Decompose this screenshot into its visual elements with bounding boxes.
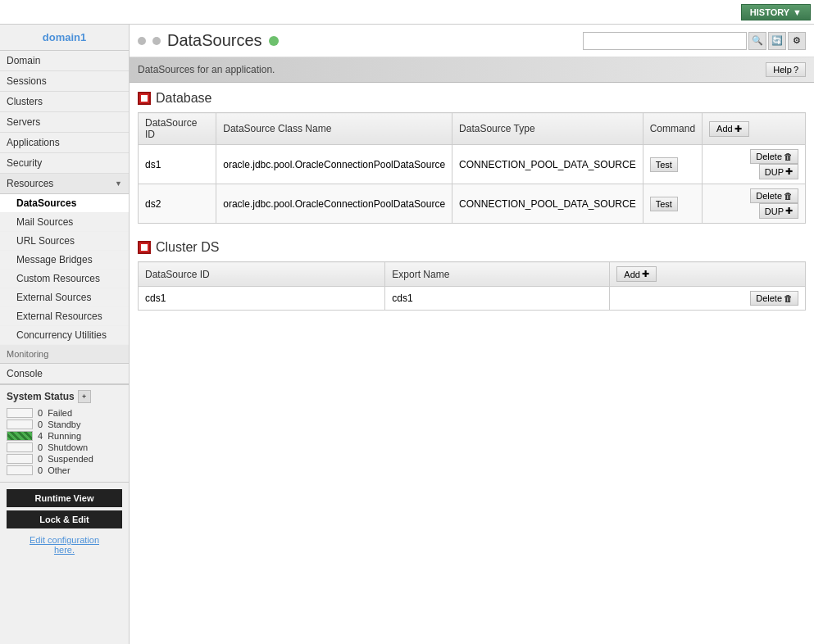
cds1-export: cds1	[385, 287, 610, 311]
db-col-command: Command	[643, 113, 702, 145]
title-dot-gray	[138, 37, 146, 45]
history-button[interactable]: HISTORY ▼	[741, 4, 811, 20]
ds2-class: oracle.jdbc.pool.OracleConnectionPoolDat…	[216, 184, 452, 224]
banner-text: DataSources for an application.	[138, 64, 275, 75]
help-button[interactable]: Help ?	[766, 62, 806, 77]
database-section: Database DataSource ID DataSource Class …	[138, 91, 806, 224]
sidebar-item-applications[interactable]: Applications	[0, 133, 129, 153]
cds-col-export: Export Name	[385, 262, 610, 287]
sidebar-item-security[interactable]: Security	[0, 153, 129, 174]
status-row-standby: 0 Standby	[7, 420, 122, 429]
cds1-delete-button[interactable]: Delete 🗑	[750, 291, 798, 306]
ds2-actions-cell: Delete 🗑 DUP ✚	[703, 184, 806, 224]
title-dot-gray2	[152, 37, 161, 45]
sidebar: domain1 Domain Sessions Clusters Servers…	[0, 25, 130, 644]
ds2-id: ds2	[139, 184, 216, 224]
table-row: ds1 oracle.jdbc.pool.OracleConnectionPoo…	[139, 145, 806, 184]
status-bar-standby	[7, 420, 33, 429]
ds2-type: CONNECTION_POOL_DATA_SOURCE	[452, 184, 643, 224]
ds2-dup-button[interactable]: DUP ✚	[759, 203, 798, 219]
ds1-id: ds1	[139, 145, 216, 184]
database-section-icon	[138, 92, 151, 105]
top-bar: HISTORY ▼	[0, 0, 814, 25]
cluster-ds-section-icon	[138, 241, 151, 254]
sidebar-item-mail-sources[interactable]: Mail Sources	[0, 213, 129, 232]
ds1-actions-cell: Delete 🗑 DUP ✚	[703, 145, 806, 184]
status-bar-suspended	[7, 454, 33, 464]
status-bar-running	[7, 431, 33, 441]
page-title: DataSources	[167, 31, 262, 50]
main-layout: domain1 Domain Sessions Clusters Servers…	[0, 25, 814, 644]
cds-add-icon: ✚	[642, 269, 649, 279]
cds-add-button[interactable]: Add ✚	[616, 266, 657, 282]
db-col-id: DataSource ID	[139, 113, 216, 145]
sidebar-item-clusters[interactable]: Clusters	[0, 92, 129, 112]
runtime-view-button[interactable]: Runtime View	[7, 489, 122, 507]
resources-label: Resources	[7, 178, 115, 189]
search-input[interactable]	[583, 32, 747, 50]
status-row-suspended: 0 Suspended	[7, 454, 122, 464]
sidebar-item-concurrency-utilities[interactable]: Concurrency Utilities	[0, 326, 129, 345]
content-body: Database DataSource ID DataSource Class …	[130, 83, 814, 644]
cds-col-id: DataSource ID	[139, 262, 385, 287]
database-table: DataSource ID DataSource Class Name Data…	[138, 112, 806, 224]
monitoring-header[interactable]: Monitoring	[0, 345, 129, 364]
title-dot-green	[269, 36, 279, 46]
refresh-button[interactable]: 🔄	[768, 32, 786, 50]
sidebar-item-datasources[interactable]: DataSources	[0, 194, 129, 213]
system-status: System Status + 0 Failed 0 Standby 4 Run…	[0, 384, 129, 482]
system-status-expand-btn[interactable]: +	[78, 390, 91, 403]
help-icon: ?	[794, 65, 798, 75]
dup-icon: ✚	[785, 166, 793, 177]
ds2-test-cell: Test	[643, 184, 702, 224]
dup2-icon: ✚	[785, 206, 793, 216]
banner: DataSources for an application. Help ?	[130, 57, 814, 83]
sidebar-item-message-bridges[interactable]: Message Bridges	[0, 251, 129, 270]
domain-label[interactable]: domain1	[0, 25, 129, 51]
table-row: cds1 cds1 Delete 🗑	[139, 287, 806, 311]
ds1-class: oracle.jdbc.pool.OracleConnectionPoolDat…	[216, 145, 452, 184]
sidebar-bottom: Runtime View Lock & Edit Edit configurat…	[0, 482, 129, 561]
search-area: 🔍 🔄 ⚙	[583, 32, 806, 50]
sidebar-item-url-sources[interactable]: URL Sources	[0, 232, 129, 251]
status-bar-failed	[7, 408, 33, 418]
status-bar-other	[7, 465, 33, 475]
ds1-test-button[interactable]: Test	[650, 157, 678, 172]
ds1-dup-button[interactable]: DUP ✚	[759, 164, 798, 179]
sidebar-item-external-sources[interactable]: External Sources	[0, 288, 129, 307]
db-add-button[interactable]: Add ✚	[709, 121, 749, 137]
system-status-header: System Status +	[7, 390, 122, 403]
status-row-other: 0 Other	[7, 465, 122, 475]
content-header: DataSources 🔍 🔄 ⚙	[130, 25, 814, 57]
cds1-id: cds1	[139, 287, 385, 311]
database-section-title: Database	[138, 91, 806, 106]
sidebar-item-external-resources[interactable]: External Resources	[0, 307, 129, 326]
status-row-shutdown: 0 Shutdown	[7, 442, 122, 452]
settings-button[interactable]: ⚙	[788, 32, 806, 50]
ds1-type: CONNECTION_POOL_DATA_SOURCE	[452, 145, 643, 184]
ds2-delete-button[interactable]: Delete 🗑	[750, 188, 798, 203]
system-status-title: System Status	[7, 391, 75, 402]
content-area: DataSources 🔍 🔄 ⚙ DataSources for an app…	[130, 25, 814, 644]
sidebar-item-domain[interactable]: Domain	[0, 51, 129, 71]
cluster-ds-section: Cluster DS DataSource ID Export Name Add…	[138, 240, 806, 311]
console-header[interactable]: Console	[0, 364, 129, 384]
search-button[interactable]: 🔍	[748, 32, 766, 50]
page-title-area: DataSources	[138, 31, 279, 50]
db-col-actions: Add ✚	[703, 113, 806, 145]
sidebar-item-servers[interactable]: Servers	[0, 112, 129, 133]
add-icon: ✚	[734, 124, 742, 134]
table-row: ds2 oracle.jdbc.pool.OracleConnectionPoo…	[139, 184, 806, 224]
ds1-test-cell: Test	[643, 145, 702, 184]
resources-arrow: ▼	[115, 179, 122, 188]
lock-edit-button[interactable]: Lock & Edit	[7, 510, 122, 528]
edit-config-link[interactable]: Edit configurationhere.	[7, 535, 122, 555]
ds2-test-button[interactable]: Test	[650, 197, 678, 211]
sidebar-resources-header[interactable]: Resources ▼	[0, 174, 129, 194]
ds1-delete-button[interactable]: Delete 🗑	[750, 149, 798, 164]
sidebar-item-sessions[interactable]: Sessions	[0, 71, 129, 92]
help-label: Help	[773, 65, 792, 75]
status-bar-shutdown	[7, 442, 33, 452]
status-row-failed: 0 Failed	[7, 408, 122, 418]
sidebar-item-custom-resources[interactable]: Custom Resources	[0, 270, 129, 288]
